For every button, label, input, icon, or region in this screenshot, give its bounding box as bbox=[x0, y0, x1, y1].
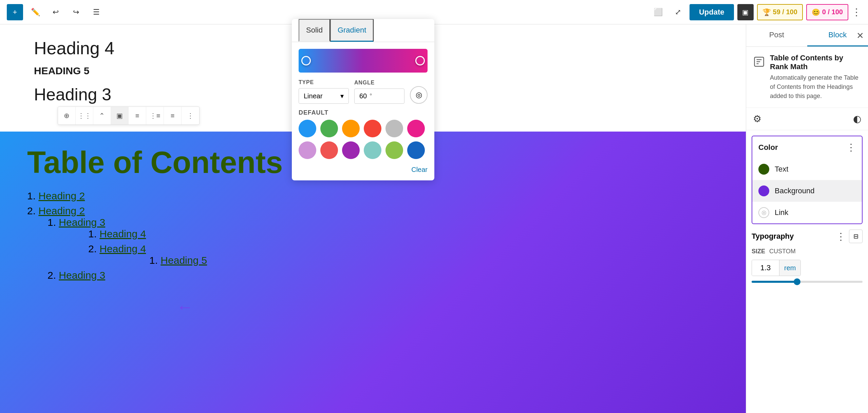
swatch-purple[interactable] bbox=[342, 141, 360, 159]
swatch-teal[interactable] bbox=[364, 141, 381, 159]
type-control: TYPE Linear ▾ bbox=[299, 79, 349, 104]
size-custom-label: CUSTOM bbox=[769, 248, 796, 255]
clear-button[interactable]: Clear bbox=[411, 166, 428, 174]
list-item: 1. Heading 5 bbox=[88, 255, 719, 266]
right-sidebar: Post Block ✕ Table of Contents by Rank M… bbox=[746, 24, 868, 413]
link-color-dot: ⊗ bbox=[758, 207, 769, 218]
list-item: 2. Heading 2 1. Heading 3 1. Heading 4 2… bbox=[27, 205, 719, 281]
block-info-text: Table of Contents by Rank Math Automatic… bbox=[770, 54, 861, 101]
seo-score-value: 59 / 100 bbox=[773, 8, 797, 16]
readability-score-badge[interactable]: 😊 0 / 100 bbox=[806, 4, 848, 20]
settings-icon-button[interactable]: ⚙ bbox=[753, 113, 761, 124]
block-drag-move[interactable]: ⋮⋮ bbox=[76, 107, 93, 124]
list-item: 1. Heading 2 bbox=[27, 190, 719, 202]
color-option-background[interactable]: Background bbox=[752, 180, 862, 202]
color-picker-popup: Solid Gradient TYPE Linear ▾ ANGLE 60 ° … bbox=[292, 19, 434, 180]
angle-label: ANGLE bbox=[354, 80, 404, 86]
list-item: 2. Heading 4 1. Heading 5 bbox=[48, 243, 719, 266]
background-color-dot bbox=[758, 185, 769, 196]
block-unordered-list[interactable]: ≡ bbox=[129, 107, 146, 124]
readability-score-icon: 😊 bbox=[812, 8, 820, 16]
toc-link[interactable]: Heading 2 bbox=[38, 205, 85, 216]
type-select[interactable]: Linear ▾ bbox=[299, 88, 349, 104]
swatch-coral[interactable] bbox=[320, 141, 338, 159]
size-row: SIZE CUSTOM bbox=[752, 248, 863, 255]
size-unit[interactable]: rem bbox=[779, 260, 800, 276]
redo-button[interactable]: ↪ bbox=[68, 4, 84, 20]
slider-thumb[interactable] bbox=[794, 278, 800, 285]
swatch-blue[interactable] bbox=[299, 120, 316, 137]
slider-fill bbox=[752, 281, 796, 283]
typography-title: Typography bbox=[752, 232, 794, 241]
toc-link[interactable]: Heading 4 bbox=[99, 228, 146, 239]
size-slider-track[interactable] bbox=[752, 281, 863, 283]
toc-link[interactable]: Heading 4 bbox=[99, 243, 146, 254]
preview-button[interactable]: ⬜ bbox=[650, 4, 666, 20]
color-section-title: Color bbox=[758, 143, 778, 152]
toc-link[interactable]: Heading 5 bbox=[161, 255, 207, 266]
gradient-tab[interactable]: Gradient bbox=[330, 19, 374, 42]
more-options-button[interactable]: ⋮ bbox=[852, 6, 861, 18]
update-button[interactable]: Update bbox=[690, 4, 734, 20]
block-align-button[interactable]: ▣ bbox=[111, 107, 129, 124]
toc-link[interactable]: Heading 3 bbox=[59, 217, 105, 228]
toolbar-right-group: ⬜ ⤢ Update ▣ 🏆 59 / 100 😊 0 / 100 ⋮ bbox=[650, 4, 861, 20]
list-item: 1. Heading 4 bbox=[48, 228, 719, 240]
gradient-preview-bar[interactable] bbox=[299, 49, 428, 73]
type-label: TYPE bbox=[299, 79, 349, 85]
add-block-button[interactable]: + bbox=[7, 4, 23, 20]
block-text-align[interactable]: ≡ bbox=[164, 107, 182, 124]
clear-section: Clear bbox=[292, 162, 434, 180]
angle-circle-button[interactable]: ◎ bbox=[410, 86, 428, 104]
swatch-pink[interactable] bbox=[407, 120, 425, 137]
block-info-header: Table of Contents by Rank Math Automatic… bbox=[753, 54, 861, 101]
swatch-light-purple[interactable] bbox=[299, 141, 316, 159]
color-section-header: Color ⋮ bbox=[752, 136, 862, 158]
gradient-handle-right[interactable] bbox=[415, 56, 425, 65]
list-item: 1. Heading 3 1. Heading 4 2. Heading 4 1… bbox=[27, 217, 719, 266]
toc-link[interactable]: Heading 3 bbox=[59, 270, 105, 281]
size-input[interactable] bbox=[752, 260, 779, 276]
seo-score-icon: 🏆 bbox=[762, 8, 771, 16]
size-input-wrapper: rem bbox=[752, 260, 801, 276]
sidebar-close-button[interactable]: ✕ bbox=[856, 30, 864, 41]
solid-tab[interactable]: Solid bbox=[299, 19, 330, 42]
swatch-red[interactable] bbox=[364, 120, 381, 137]
gradient-controls: TYPE Linear ▾ ANGLE 60 ° ◎ bbox=[292, 79, 434, 109]
swatch-orange[interactable] bbox=[342, 120, 360, 137]
typography-filter-button[interactable]: ⊟ bbox=[849, 230, 863, 243]
swatch-dark-blue[interactable] bbox=[407, 141, 425, 159]
undo-button[interactable]: ↩ bbox=[48, 4, 64, 20]
typography-more-button[interactable]: ⋮ bbox=[836, 231, 846, 242]
color-section-more-button[interactable]: ⋮ bbox=[846, 142, 856, 153]
toc-link[interactable]: Heading 2 bbox=[38, 190, 85, 201]
readability-score-value: 0 / 100 bbox=[822, 8, 843, 16]
type-value: Linear bbox=[304, 92, 323, 100]
pencil-button[interactable]: ✏️ bbox=[27, 4, 43, 20]
slider-row bbox=[752, 281, 863, 283]
view-mode-button[interactable]: ▣ bbox=[737, 4, 754, 20]
tab-post[interactable]: Post bbox=[746, 24, 807, 46]
swatch-gray[interactable] bbox=[385, 120, 403, 137]
block-ordered-list[interactable]: ⋮≡ bbox=[146, 107, 164, 124]
sidebar-icon-row: ⚙ ◐ bbox=[746, 108, 868, 130]
arrow-indicator: ← bbox=[176, 297, 193, 317]
default-label: DEFAULT bbox=[292, 109, 434, 116]
contrast-icon-button[interactable]: ◐ bbox=[853, 113, 861, 124]
block-toolbar: ⊕ ⋮⋮ ⌃ ▣ ≡ ⋮≡ ≡ ⋮ bbox=[58, 106, 200, 125]
color-section: Color ⋮ Text Background ⊗ Link bbox=[752, 136, 863, 224]
color-picker-tabs: Solid Gradient bbox=[292, 19, 434, 42]
gradient-handle-left[interactable] bbox=[301, 56, 311, 65]
seo-score-badge[interactable]: 🏆 59 / 100 bbox=[757, 4, 803, 20]
fullscreen-button[interactable]: ⤢ bbox=[670, 4, 686, 20]
swatch-green[interactable] bbox=[320, 120, 338, 137]
block-more-options[interactable]: ⋮ bbox=[182, 107, 199, 124]
block-drag-handle[interactable]: ⊕ bbox=[58, 107, 76, 124]
list-view-button[interactable]: ☰ bbox=[88, 4, 105, 20]
block-move-arrows[interactable]: ⌃ bbox=[93, 107, 111, 124]
angle-input[interactable]: 60 ° bbox=[354, 88, 404, 104]
color-option-text[interactable]: Text bbox=[752, 158, 862, 180]
degree-symbol: ° bbox=[370, 93, 372, 100]
color-option-link[interactable]: ⊗ Link bbox=[752, 202, 862, 223]
swatch-light-green[interactable] bbox=[385, 141, 403, 159]
